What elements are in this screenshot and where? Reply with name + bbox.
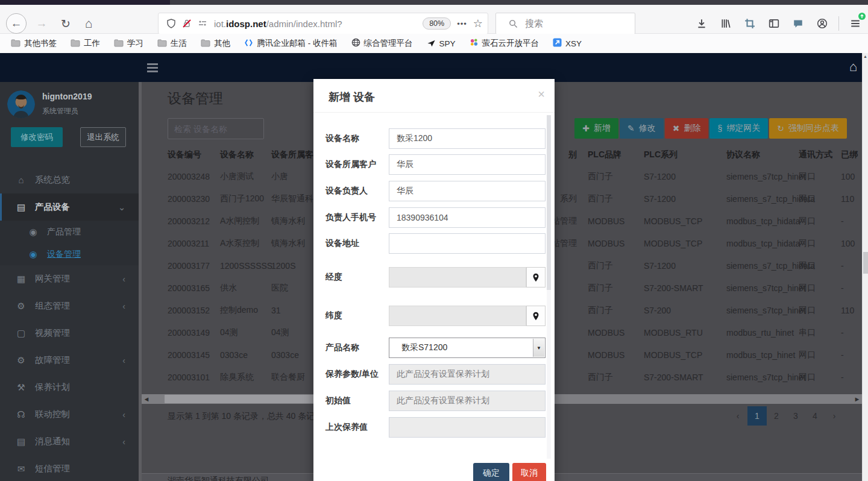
- map-pin-button[interactable]: [526, 306, 546, 326]
- sidebar-item-组态管理[interactable]: ⚙组态管理‹: [0, 292, 139, 319]
- back-button[interactable]: ←: [6, 13, 27, 34]
- scroll-left-arrow-icon[interactable]: ◄: [142, 394, 151, 404]
- bookmark-item[interactable]: 萤石云开放平台: [470, 38, 539, 49]
- bookmark-item[interactable]: 综合管理平台: [351, 38, 413, 49]
- plane-icon: [427, 39, 436, 49]
- url-text[interactable]: iot.idosp.net/admin/index.html?: [214, 19, 423, 29]
- page-next[interactable]: ›: [825, 406, 844, 426]
- menu-icon[interactable]: [848, 16, 863, 31]
- sidebar-item-消息通知[interactable]: ▤消息通知‹: [0, 428, 139, 455]
- sidebar-item-系统总览[interactable]: ⌂系统总览: [0, 166, 139, 193]
- column-header[interactable]: 设备名称: [220, 149, 254, 160]
- sidebar-item-设备管理[interactable]: ◉设备管理: [0, 243, 139, 265]
- vertical-scroll-thumb[interactable]: [863, 252, 868, 274]
- page-2[interactable]: 2: [767, 406, 786, 426]
- field-label: 上次保养值: [326, 422, 368, 433]
- bookmark-item[interactable]: 学习: [114, 38, 143, 49]
- sidebars-icon[interactable]: [766, 16, 782, 31]
- bookmark-label: 工作: [84, 38, 100, 49]
- reload-button[interactable]: ↻: [55, 13, 76, 34]
- active-tab[interactable]: [0, 0, 170, 5]
- screenshot-icon[interactable]: [742, 16, 758, 31]
- sidebar-item-短信管理[interactable]: ✉短信管理: [0, 455, 139, 481]
- permissions-icon[interactable]: [195, 16, 210, 31]
- bookmark-item[interactable]: 其他: [201, 38, 230, 49]
- page-1[interactable]: 1: [747, 406, 767, 426]
- cell-bound: 110: [841, 194, 861, 204]
- cancel-button[interactable]: 取消: [512, 463, 546, 481]
- sidebar-item-保养计划[interactable]: ⚒保养计划: [0, 374, 139, 401]
- product-select[interactable]: 数采S71200▼: [389, 338, 546, 358]
- field-input[interactable]: 18390936104: [389, 207, 546, 228]
- downloads-icon[interactable]: [694, 16, 709, 31]
- search-bar[interactable]: 搜索: [495, 13, 635, 34]
- forward-button[interactable]: →: [31, 13, 52, 34]
- page-prev[interactable]: ‹: [728, 406, 747, 426]
- field-input[interactable]: 数采1200: [389, 128, 546, 149]
- field-label: 保养参数/单位: [326, 369, 379, 380]
- page-3[interactable]: 3: [786, 406, 805, 426]
- bookmark-star-icon[interactable]: ☆: [473, 17, 483, 30]
- column-header[interactable]: 通讯方式: [799, 149, 832, 160]
- browser-scrollbar[interactable]: ▲: [862, 53, 868, 481]
- zoom-badge[interactable]: 80%: [423, 17, 451, 30]
- modal-title: 新增 设备: [329, 90, 375, 104]
- bookmark-item[interactable]: SPY: [427, 39, 456, 49]
- cell-comm: 网口: [799, 171, 816, 182]
- bookmark-item[interactable]: 腾讯企业邮箱 - 收件箱: [244, 38, 338, 49]
- field-input[interactable]: [389, 233, 546, 254]
- sidebar-item-产品设备[interactable]: ▤产品设备⌄: [0, 193, 139, 221]
- field-input[interactable]: 华辰: [389, 181, 546, 201]
- column-header[interactable]: PLC品牌: [588, 149, 621, 160]
- button-label: 修改: [639, 123, 656, 134]
- 删除-button[interactable]: ✖删除: [665, 118, 709, 139]
- device-search-input[interactable]: [168, 118, 264, 139]
- map-pin-button[interactable]: [526, 267, 546, 288]
- navbar-home-icon[interactable]: ⌂: [849, 59, 857, 75]
- cell-name: 小唐测试: [220, 171, 254, 182]
- library-icon[interactable]: [718, 16, 734, 31]
- sidebar-item-故障管理[interactable]: ⚙故障管理‹: [0, 347, 139, 374]
- sidebar-item-网关管理[interactable]: ▦网关管理‹: [0, 265, 139, 292]
- account-icon[interactable]: [814, 16, 830, 31]
- column-header[interactable]: 已绑: [841, 149, 861, 160]
- field-input[interactable]: 华辰: [389, 154, 546, 175]
- 新增-button[interactable]: ✚新增: [574, 118, 618, 139]
- change-password-button[interactable]: 修改密码: [11, 127, 63, 147]
- bookmark-item[interactable]: 生活: [157, 38, 187, 49]
- scroll-right-arrow-icon[interactable]: ►: [852, 394, 862, 404]
- logout-button[interactable]: 退出系统: [80, 127, 126, 147]
- modal-scrollbar[interactable]: [547, 115, 551, 459]
- 修改-button[interactable]: ✎修改: [620, 118, 664, 139]
- column-header[interactable]: 设备编号: [168, 149, 201, 160]
- 绑定网关-button[interactable]: §绑定网关: [709, 118, 768, 139]
- modal-scroll-thumb[interactable]: [547, 115, 551, 290]
- messages-icon[interactable]: [790, 16, 806, 31]
- bookmark-item[interactable]: 工作: [71, 38, 100, 49]
- sidebar-toggle-icon[interactable]: [147, 61, 158, 72]
- modal-close-icon[interactable]: ×: [538, 87, 545, 101]
- scroll-up-arrow-icon[interactable]: ▲: [863, 54, 868, 58]
- bookmark-item[interactable]: XSY: [553, 38, 582, 49]
- column-header[interactable]: PLC系列: [644, 149, 678, 160]
- confirm-button[interactable]: 确定: [473, 463, 509, 481]
- page-4[interactable]: 4: [805, 406, 825, 426]
- sidebar-item-产品管理[interactable]: ◉产品管理: [0, 221, 139, 243]
- sidebar-item-联动控制[interactable]: ☊联动控制‹: [0, 401, 139, 428]
- bookmark-item[interactable]: 其他书签: [11, 38, 57, 49]
- home-button[interactable]: ⌂: [78, 13, 99, 34]
- field-label: 设备所属客户: [326, 159, 376, 170]
- refresh-icon: ↻: [777, 124, 784, 133]
- shield-icon[interactable]: [163, 16, 179, 31]
- user-role: 系统管理员: [42, 106, 78, 116]
- 强制同步点表-button[interactable]: ↻强制同步点表: [769, 118, 847, 139]
- field-input: 此产品没有设置保养计划: [389, 364, 546, 385]
- url-bar[interactable]: iot.idosp.net/admin/index.html? 80% ••• …: [158, 13, 488, 34]
- cell-brand: 西门子: [588, 283, 613, 294]
- column-header[interactable]: 协议名称: [726, 149, 760, 160]
- sidebar-item-视频管理[interactable]: ▢视频管理: [0, 319, 139, 347]
- insecure-lock-icon[interactable]: [179, 16, 195, 31]
- page-actions-icon[interactable]: •••: [457, 19, 467, 28]
- dropdown-arrow-icon[interactable]: ▼: [533, 339, 544, 357]
- modal-field-设备负责人: 设备负责人华辰: [313, 181, 555, 201]
